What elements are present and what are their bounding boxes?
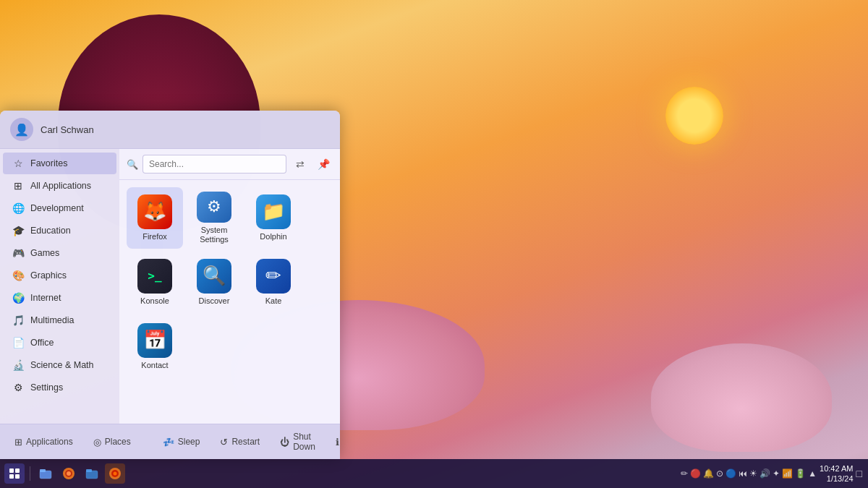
sleep-icon: 💤: [163, 437, 174, 448]
sidebar-label-science: Science & Math: [30, 360, 94, 370]
shutdown-button[interactable]: ⏻ Shut Down: [276, 429, 320, 454]
svg-rect-5: [40, 469, 46, 472]
app-grid: 🦊 Firefox ⚙ System Settings 📁 Dolphin >_…: [119, 180, 340, 424]
svg-point-8: [67, 471, 71, 476]
more-icon: ℹ: [336, 437, 339, 448]
app-system-settings[interactable]: ⚙ System Settings: [186, 187, 242, 249]
sidebar-item-science-math[interactable]: 🔬 Science & Math: [3, 354, 116, 376]
clock-time: 10:42 AM: [820, 463, 853, 474]
applications-button[interactable]: ⊞ Applications: [10, 435, 77, 450]
star-tray-icon[interactable]: ✦: [773, 468, 780, 479]
sidebar-label-games: Games: [30, 248, 59, 258]
sidebar-item-development[interactable]: 🌐 Development: [3, 197, 116, 219]
taskbar-dolphin-button[interactable]: [82, 463, 102, 484]
application-menu: 👤 Carl Schwan ☆ Favorites ⊞ All Applicat…: [0, 111, 340, 459]
sidebar-item-all-applications[interactable]: ⊞ All Applications: [3, 175, 116, 197]
search-icon: 🔍: [127, 159, 138, 170]
app-firefox[interactable]: 🦊 Firefox: [127, 187, 183, 249]
show-desktop-icon[interactable]: □: [856, 468, 862, 479]
svg-rect-1: [15, 468, 20, 473]
brightness-tray-icon[interactable]: ☀: [749, 468, 757, 479]
user-name: Carl Schwan: [41, 124, 94, 135]
sidebar-label-education: Education: [30, 226, 71, 236]
taskbar-clock[interactable]: 10:42 AM 1/13/24: [820, 463, 853, 484]
taskbar-firefox-button[interactable]: [105, 463, 125, 484]
content-area: 🔍 ⇄ 📌 🦊 Firefox ⚙ System Settings: [119, 149, 340, 424]
search-input[interactable]: [142, 155, 286, 174]
multimedia-icon: 🎵: [12, 314, 25, 326]
applications-label: Applications: [26, 437, 73, 447]
dolphin-icon: 📁: [256, 194, 291, 229]
development-icon: 🌐: [12, 202, 25, 214]
sidebar-label-favorites: Favorites: [30, 158, 67, 168]
cloud-decoration-2: [651, 343, 832, 452]
discover-label: Discover: [199, 296, 230, 306]
media-tray-icon[interactable]: ⏮: [739, 468, 747, 479]
restart-button[interactable]: ↺ Restart: [216, 435, 264, 450]
screen-tray-icon[interactable]: ⊙: [716, 468, 723, 479]
games-icon: 🎮: [12, 247, 25, 259]
system-settings-icon: ⚙: [197, 192, 231, 223]
sidebar-item-education[interactable]: 🎓 Education: [3, 220, 116, 241]
sidebar-label-internet: Internet: [30, 293, 61, 303]
settings-icon: ⚙: [12, 382, 25, 393]
kontact-icon: 📅: [137, 323, 172, 358]
wifi-tray-icon[interactable]: 📶: [782, 468, 793, 479]
svg-rect-0: [9, 468, 14, 473]
sidebar-item-games[interactable]: 🎮 Games: [3, 242, 116, 264]
sidebar-item-favorites[interactable]: ☆ Favorites: [3, 153, 116, 174]
restart-icon: ↺: [220, 437, 228, 448]
avatar: 👤: [10, 118, 33, 141]
system-settings-label: System Settings: [189, 226, 239, 244]
bell-tray-icon[interactable]: 🔔: [703, 468, 714, 479]
office-icon: 📄: [12, 337, 25, 348]
sidebar-item-office[interactable]: 📄 Office: [3, 332, 116, 354]
app-konsole[interactable]: >_ Konsole: [127, 252, 183, 313]
app-discover[interactable]: 🔍 Discover: [186, 252, 242, 313]
taskbar-left: [0, 463, 129, 484]
audio-tray-icon[interactable]: 🔴: [690, 468, 701, 479]
taskbar: ✏ 🔴 🔔 ⊙ 🔵 ⏮ ☀ 🔊 ✦ 📶 🔋 ▲ 10:42 AM 1/13/24…: [0, 459, 868, 488]
start-button[interactable]: [4, 463, 25, 484]
places-button[interactable]: ◎ Places: [89, 435, 135, 450]
svg-rect-3: [15, 474, 20, 479]
sidebar-item-settings[interactable]: ⚙ Settings: [3, 377, 116, 398]
sidebar-label-graphics: Graphics: [30, 270, 67, 281]
svg-point-13: [114, 472, 117, 476]
discover-icon: 🔍: [197, 259, 231, 294]
app-dolphin[interactable]: 📁 Dolphin: [245, 187, 302, 249]
sidebar-label-office: Office: [30, 338, 54, 348]
user-header: 👤 Carl Schwan: [0, 111, 340, 149]
internet-icon: 🌍: [12, 292, 25, 304]
education-icon: 🎓: [12, 225, 25, 236]
pen-tray-icon[interactable]: ✏: [681, 468, 688, 479]
sidebar-item-internet[interactable]: 🌍 Internet: [3, 287, 116, 309]
shutdown-icon: ⏻: [280, 437, 289, 448]
app-kontact[interactable]: 📅 Kontact: [127, 316, 183, 377]
kate-label: Kate: [265, 296, 282, 306]
dolphin-label: Dolphin: [260, 232, 286, 241]
graphics-icon: 🎨: [12, 270, 25, 281]
sleep-label: Sleep: [178, 437, 200, 447]
sidebar-item-multimedia[interactable]: 🎵 Multimedia: [3, 309, 116, 331]
applications-icon: ⊞: [14, 437, 22, 448]
sidebar-label-multimedia: Multimedia: [30, 315, 74, 325]
volume-tray-icon[interactable]: 🔊: [760, 468, 770, 479]
sidebar-label-settings: Settings: [30, 382, 63, 393]
shutdown-label: Shut Down: [293, 432, 315, 452]
sleep-button[interactable]: 💤 Sleep: [158, 435, 205, 450]
svg-rect-2: [9, 474, 14, 479]
more-button[interactable]: ℹ: [331, 435, 340, 450]
battery-tray-icon[interactable]: 🔋: [795, 468, 806, 479]
taskbar-files-button[interactable]: [35, 463, 56, 484]
menu-body: ☆ Favorites ⊞ All Applications 🌐 Develop…: [0, 149, 340, 424]
app-kate[interactable]: ✏ Kate: [245, 252, 302, 313]
pin-button[interactable]: 📌: [314, 155, 333, 174]
avatar-icon: 👤: [14, 123, 29, 137]
sidebar-item-graphics[interactable]: 🎨 Graphics: [3, 265, 116, 286]
taskbar-browser-button[interactable]: [59, 463, 79, 484]
sidebar-label-all-apps: All Applications: [30, 181, 91, 191]
expand-tray-icon[interactable]: ▲: [808, 468, 817, 479]
bluetooth-tray-icon[interactable]: 🔵: [726, 468, 736, 479]
filter-button[interactable]: ⇄: [291, 155, 310, 174]
